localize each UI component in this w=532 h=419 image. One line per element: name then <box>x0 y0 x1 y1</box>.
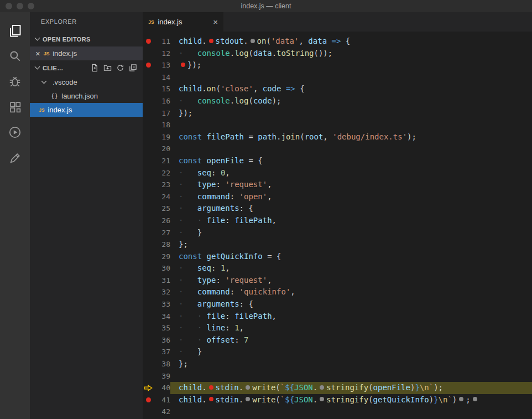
code-line[interactable]: 20 <box>143 143 532 155</box>
breakpoint-gutter[interactable] <box>143 370 154 382</box>
code-line[interactable]: 23· type: 'request', <box>143 179 532 191</box>
breakpoint-gutter[interactable] <box>143 215 154 227</box>
code-line[interactable]: 26· · file: filePath, <box>143 215 532 227</box>
activity-run-button[interactable] <box>1 120 29 145</box>
inline-breakpoint-candidate-icon[interactable] <box>320 397 324 401</box>
code-line[interactable]: 30· seq: 1, <box>143 262 532 275</box>
tree-item-launch-json[interactable]: {} launch.json <box>30 89 143 103</box>
code-line[interactable]: 27· } <box>143 227 532 239</box>
breakpoint-gutter[interactable] <box>143 119 154 131</box>
new-file-icon[interactable] <box>91 64 99 72</box>
code-line-content[interactable]: · arguments: { <box>170 298 532 311</box>
inline-breakpoint-candidate-icon[interactable] <box>251 39 255 43</box>
code-line[interactable]: 11child.stdout.on('data', data => { <box>143 35 532 48</box>
code-line-content[interactable]: · arguments: { <box>170 203 532 215</box>
breakpoint-gutter[interactable] <box>143 227 154 239</box>
code-line[interactable]: 25· arguments: { <box>143 203 532 215</box>
code-line-content[interactable] <box>170 119 532 131</box>
breakpoint-icon[interactable] <box>146 397 151 402</box>
breakpoint-gutter[interactable] <box>143 298 154 311</box>
code-line[interactable]: 42 <box>143 406 532 418</box>
inline-breakpoint-candidate-icon[interactable] <box>246 397 250 401</box>
activity-search-button[interactable] <box>1 43 29 69</box>
close-tab-icon[interactable]: × <box>213 18 218 26</box>
code-line[interactable]: 24· command: 'open', <box>143 191 532 203</box>
code-line-content[interactable]: · · file: filePath, <box>170 311 532 323</box>
code-line-content-debug-highlight[interactable]: child.stdin.write(`${JSON.stringify(open… <box>170 382 532 394</box>
inline-breakpoint-icon[interactable] <box>209 385 213 390</box>
code-line-content[interactable]: · console.log(code); <box>170 95 532 107</box>
breakpoint-gutter[interactable] <box>143 322 154 334</box>
inline-breakpoint-candidate-icon[interactable] <box>246 385 250 390</box>
inline-breakpoint-icon[interactable] <box>209 39 213 43</box>
breakpoint-gutter[interactable] <box>143 275 154 287</box>
inline-breakpoint-candidate-icon[interactable] <box>320 385 324 390</box>
code-line-content[interactable]: · command: 'quickinfo', <box>170 286 532 298</box>
breakpoint-gutter[interactable] <box>143 262 154 275</box>
zoom-window-button[interactable] <box>28 3 34 9</box>
code-line[interactable]: 15child.on('close', code => { <box>143 83 532 95</box>
breakpoint-gutter[interactable] <box>143 311 154 323</box>
breakpoint-gutter[interactable] <box>143 394 154 406</box>
code-line[interactable]: 12· console.log(data.toString()); <box>143 48 532 60</box>
tree-item-index-js-selected[interactable]: JS index.js <box>30 103 143 117</box>
code-line-content[interactable]: }; <box>170 239 532 251</box>
breakpoint-icon[interactable] <box>146 39 151 44</box>
breakpoint-gutter[interactable] <box>143 179 154 191</box>
code-line[interactable]: 36· · offset: 7 <box>143 334 532 346</box>
breakpoint-gutter[interactable] <box>143 406 154 418</box>
code-line[interactable]: 17}); <box>143 107 532 120</box>
code-line[interactable]: 28}; <box>143 239 532 251</box>
code-line-content[interactable]: · type: 'request', <box>170 179 532 191</box>
open-editors-header[interactable]: OPEN EDITORS <box>30 32 143 46</box>
open-editor-item[interactable]: × JS index.js <box>30 46 143 60</box>
code-line-content[interactable]: }); <box>170 107 532 120</box>
activity-debug-button[interactable] <box>1 69 29 94</box>
inline-breakpoint-candidate-icon[interactable] <box>459 397 463 401</box>
code-line[interactable]: 31· type: 'request', <box>143 275 532 287</box>
breakpoint-gutter[interactable] <box>143 131 154 143</box>
code-line-content[interactable]: const filePath = path.join(root, 'debug/… <box>170 131 532 143</box>
code-line-content[interactable]: child.stdout.on('data', data => { <box>170 35 532 48</box>
code-line-content[interactable]: }; <box>170 358 532 370</box>
code-line-content[interactable] <box>170 406 532 418</box>
breakpoint-gutter[interactable] <box>143 358 154 370</box>
activity-feedback-button[interactable] <box>1 145 29 170</box>
code-line[interactable]: 33· arguments: { <box>143 298 532 311</box>
breakpoint-gutter[interactable] <box>143 143 154 155</box>
code-line[interactable]: 40child.stdin.write(`${JSON.stringify(op… <box>143 382 532 394</box>
code-line[interactable]: 32· command: 'quickinfo', <box>143 286 532 298</box>
breakpoint-gutter[interactable] <box>143 155 154 167</box>
code-line[interactable]: 35· · line: 1, <box>143 322 532 334</box>
code-line-content[interactable]: const openFile = { <box>170 155 532 167</box>
code-line-content[interactable]: child.on('close', code => { <box>170 83 532 95</box>
code-line-content[interactable]: child.stdin.write(`${JSON.stringify(getQ… <box>170 394 532 406</box>
breakpoint-gutter[interactable] <box>143 107 154 120</box>
code-line-content[interactable]: }); <box>170 59 532 71</box>
close-editor-icon[interactable]: × <box>35 49 40 58</box>
breakpoint-gutter[interactable] <box>143 59 154 71</box>
code-line-content[interactable]: · console.log(data.toString()); <box>170 48 532 60</box>
new-folder-icon[interactable] <box>103 64 112 72</box>
breakpoint-gutter[interactable] <box>143 203 154 215</box>
code-line-content[interactable]: · } <box>170 346 532 358</box>
breakpoint-gutter[interactable] <box>143 286 154 298</box>
inline-breakpoint-candidate-icon[interactable] <box>473 397 477 401</box>
breakpoint-gutter[interactable] <box>143 95 154 107</box>
breakpoint-gutter[interactable] <box>143 48 154 60</box>
code-line-content[interactable]: · · file: filePath, <box>170 215 532 227</box>
breakpoint-gutter[interactable] <box>143 83 154 95</box>
close-window-button[interactable] <box>6 3 12 9</box>
code-line-content[interactable]: · type: 'request', <box>170 275 532 287</box>
breakpoint-gutter[interactable] <box>143 251 154 263</box>
breakpoint-icon[interactable] <box>146 63 151 68</box>
code-line[interactable]: 29const getQuickInfo = { <box>143 251 532 263</box>
code-line-content[interactable]: · · line: 1, <box>170 322 532 334</box>
breakpoint-gutter[interactable] <box>143 382 154 394</box>
breakpoint-gutter[interactable] <box>143 334 154 346</box>
breakpoint-gutter[interactable] <box>143 239 154 251</box>
code-line[interactable]: 41child.stdin.write(`${JSON.stringify(ge… <box>143 394 532 406</box>
code-line[interactable]: 22· seq: 0, <box>143 167 532 179</box>
code-line[interactable]: 16· console.log(code); <box>143 95 532 107</box>
code-line[interactable]: 37· } <box>143 346 532 358</box>
